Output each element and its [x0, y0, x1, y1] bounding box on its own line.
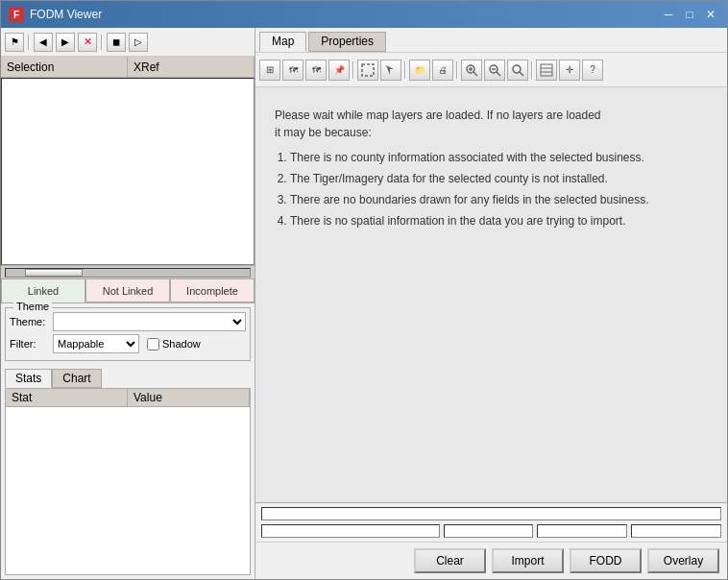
scroll-thumb[interactable] [25, 269, 83, 277]
toolbar-forward-button[interactable]: ▶ [56, 33, 75, 52]
toolbar-separator-2 [101, 35, 103, 50]
maximize-button[interactable]: □ [681, 6, 698, 23]
progress-bar-1 [261, 507, 721, 520]
tab-not-linked[interactable]: Not Linked [85, 278, 170, 302]
list-col-selection: Selection [1, 57, 128, 77]
shadow-check[interactable] [147, 338, 159, 350]
right-panel: Map Properties ⊞ 🗺 🗺 📌 📁 🖨 [255, 28, 727, 579]
map-tb-pin-button[interactable]: 📌 [328, 60, 350, 81]
fodd-button[interactable]: FODD [570, 548, 642, 573]
tab-incomplete[interactable]: Incomplete [170, 278, 255, 302]
map-tb-sep1 [352, 61, 354, 79]
minimize-button[interactable]: ─ [660, 6, 677, 23]
svg-line-3 [473, 72, 477, 76]
stats-col-stat: Stat [6, 389, 128, 406]
map-message-item-4: There is no spatial information in the d… [290, 212, 708, 230]
map-message-item-3: There are no boundaries drawn for any fi… [290, 191, 708, 208]
tab-map[interactable]: Map [259, 32, 306, 52]
map-tb-map2-button[interactable]: 🗺 [305, 60, 327, 81]
map-tb-sep4 [531, 61, 533, 79]
map-message-list: There is no county information associate… [290, 149, 708, 230]
list-area[interactable] [1, 78, 255, 265]
map-message-intro: Please wait while map layers are loaded.… [275, 107, 708, 141]
title-controls: ─ □ ✕ [660, 6, 719, 23]
map-content: Please wait while map layers are loaded.… [255, 87, 727, 502]
theme-row: Theme: [10, 312, 246, 331]
map-tb-sep2 [404, 61, 406, 79]
map-tb-select-button[interactable] [357, 60, 378, 81]
svg-marker-1 [386, 65, 394, 75]
shadow-label: Shadow [162, 338, 201, 350]
map-message-item-1: There is no county information associate… [290, 149, 708, 166]
progress-bar-small-1 [444, 524, 534, 538]
scroll-track[interactable] [5, 268, 251, 278]
progress-bars-row-2 [255, 522, 727, 542]
progress-bar-small-2 [537, 524, 627, 538]
map-tb-arrow-button[interactable] [380, 60, 401, 81]
tab-properties[interactable]: Properties [308, 32, 386, 52]
close-button[interactable]: ✕ [702, 6, 719, 23]
progress-bar-row-1 [255, 503, 727, 522]
toolbar-export-button[interactable]: ◼ [107, 33, 126, 52]
shadow-checkbox[interactable]: Shadow [147, 338, 201, 350]
map-tb-import-button[interactable]: 📁 [409, 60, 430, 81]
map-tb-sep3 [456, 61, 458, 79]
progress-bar-wide [261, 524, 440, 538]
map-toolbar: ⊞ 🗺 🗺 📌 📁 🖨 [255, 53, 727, 87]
map-tb-zoom-fit-button[interactable] [507, 60, 528, 81]
svg-line-10 [520, 72, 523, 76]
map-tabs: Map Properties [255, 28, 727, 53]
toolbar-back-button[interactable]: ◀ [34, 33, 53, 52]
import-button[interactable]: Import [492, 548, 564, 573]
overlay-button[interactable]: Overlay [647, 548, 719, 573]
clear-button[interactable]: Clear [414, 548, 486, 573]
stats-table-header: Stat Value [6, 389, 250, 407]
main-window: F FODM Viewer ─ □ ✕ ⚑ ◀ ▶ ✕ ◼ ▷ [0, 0, 728, 580]
map-tb-grid-button[interactable]: ⊞ [259, 60, 280, 81]
app-icon: F [9, 7, 24, 22]
stats-area: Stat Value [5, 388, 251, 575]
tab-stats[interactable]: Stats [5, 369, 52, 388]
svg-rect-0 [362, 64, 374, 76]
svg-point-9 [513, 65, 521, 73]
filter-label: Filter: [10, 338, 53, 350]
progress-bar-small-3 [631, 524, 721, 538]
tab-linked[interactable]: Linked [1, 278, 85, 302]
stats-col-value: Value [128, 389, 250, 406]
map-tb-zoomout-button[interactable] [484, 60, 505, 81]
svg-line-7 [497, 72, 500, 76]
toolbar-separator-1 [28, 35, 30, 50]
map-tb-help-button[interactable]: ? [582, 60, 603, 81]
theme-select[interactable] [53, 312, 246, 331]
map-tb-crosshair-button[interactable]: ✛ [559, 60, 580, 81]
map-message-item-2: The Tiger/Imagery data for the selected … [290, 170, 708, 187]
horizontal-scrollbar[interactable] [1, 265, 255, 278]
title-bar: F FODM Viewer ─ □ ✕ [1, 1, 727, 28]
toolbar-flag-button[interactable]: ⚑ [5, 33, 24, 52]
map-message: Please wait while map layers are loaded.… [275, 107, 708, 233]
left-toolbar: ⚑ ◀ ▶ ✕ ◼ ▷ [1, 28, 255, 57]
list-col-xref: XRef [128, 57, 255, 77]
filter-select[interactable]: Mappable [53, 334, 139, 353]
map-tb-zoomin-button[interactable] [461, 60, 482, 81]
tab-chart[interactable]: Chart [52, 369, 101, 388]
main-content: ⚑ ◀ ▶ ✕ ◼ ▷ Selection XRef [1, 28, 727, 579]
theme-legend: Theme [13, 301, 52, 312]
window-title: FODM Viewer [30, 8, 102, 21]
theme-group: Theme Theme: Filter: Mappable Shadow [5, 307, 251, 361]
svg-rect-11 [541, 64, 552, 76]
toolbar-run-button[interactable]: ▷ [129, 33, 148, 52]
toolbar-cancel-button[interactable]: ✕ [78, 33, 97, 52]
theme-label: Theme: [10, 316, 53, 327]
map-bottom [255, 502, 727, 542]
map-tb-layers-button[interactable] [536, 60, 557, 81]
stats-chart-tabs: Stats Chart [5, 369, 251, 388]
filter-row: Filter: Mappable Shadow [10, 334, 246, 353]
map-tb-export-button[interactable]: 🖨 [432, 60, 453, 81]
left-panel: ⚑ ◀ ▶ ✕ ◼ ▷ Selection XRef [1, 28, 255, 579]
map-tb-map1-button[interactable]: 🗺 [282, 60, 303, 81]
title-bar-left: F FODM Viewer [9, 7, 102, 22]
list-header: Selection XRef [1, 57, 255, 78]
bottom-buttons: Clear Import FODD Overlay [255, 542, 727, 579]
